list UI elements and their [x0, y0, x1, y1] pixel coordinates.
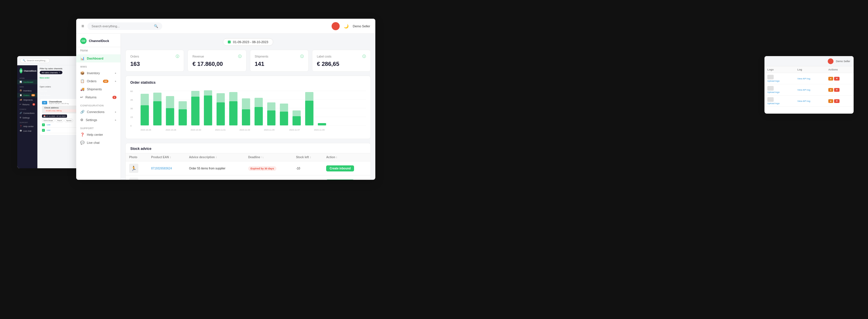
nav-connections[interactable]: 🔗 Connections ▸ — [76, 108, 121, 116]
order-id-1388[interactable]: 1388 — [46, 124, 50, 126]
action-btn-orange-1[interactable]: ● — [828, 77, 833, 81]
theme-toggle[interactable]: 🌙 — [344, 24, 348, 29]
upload-logo-btn-1[interactable]: Upload logo — [767, 80, 780, 82]
upload-logo-btn-2[interactable]: Upload logo — [767, 91, 780, 94]
connections-row-3: Upload logo View API log ● ✕ — [765, 96, 854, 107]
view-api-log-btn-1[interactable]: View API log — [797, 77, 810, 80]
settings-label: Settings — [23, 117, 30, 119]
returns-icon: ↩ — [20, 103, 21, 105]
view-api-log-btn-2[interactable]: View API log — [797, 89, 810, 91]
sidebar-mini-shipments[interactable]: 🚚 Shipments — [17, 97, 37, 102]
tab-sporta[interactable]: Sporta — [64, 119, 73, 122]
col-log: Log — [794, 66, 826, 73]
row-checkbox-1392[interactable]: ✓ — [42, 129, 45, 132]
stats-row: Orders ⓘ 163 Revenue ⓘ € 17.860,00 Shipm… — [125, 50, 371, 72]
action-btn-red-1[interactable]: ✕ — [834, 77, 839, 81]
action-btn-red-3[interactable]: ✕ — [834, 99, 839, 103]
filter-chip-all[interactable]: All sales channels ✕ — [40, 71, 62, 74]
connections-icon: 🔗 — [20, 112, 22, 114]
info-icon-revenue[interactable]: ⓘ — [238, 54, 242, 59]
stat-label-costs-label: Label costs ⓘ — [317, 54, 366, 59]
svg-text:30: 30 — [130, 107, 133, 110]
action-btn-red-2[interactable]: ✕ — [834, 88, 839, 92]
connections-arrow: ▸ — [115, 110, 117, 113]
inventory-nav-icon: 📦 — [80, 71, 85, 75]
svg-text:2023-10-30: 2023-10-30 — [191, 129, 201, 131]
nav-returns[interactable]: ↩ Returns 1 — [76, 93, 121, 101]
product-ean-1: 8719326583624 — [148, 161, 186, 176]
calendar-icon: 📅 — [43, 115, 45, 117]
nav-help-label: Help center — [87, 133, 103, 136]
date-range-value: 07-11-2023 - 07-12-2023 — [46, 115, 66, 117]
action-btns-2: ● ✕ — [828, 88, 851, 92]
shipments-label: Shipments — [23, 99, 33, 101]
view-api-log-btn-3[interactable]: View API log — [797, 100, 810, 102]
sidebar-mini-orders[interactable]: 📋 Orders 62 — [17, 93, 37, 97]
search-input[interactable] — [91, 25, 152, 28]
info-icon-label-costs[interactable]: ⓘ — [362, 54, 366, 59]
nav-orders[interactable]: 📋 Orders 62 ▸ — [76, 77, 121, 85]
sidebar-mini-returns[interactable]: ↩ Returns 1 — [17, 102, 37, 107]
sidebar-mini-inventory[interactable]: 📦 Inventory — [17, 88, 37, 93]
sidebar-mini-chat[interactable]: 💬 Live chat — [17, 129, 37, 133]
help-icon: ❓ — [20, 125, 22, 127]
nav-connections-label: Connections — [87, 110, 104, 114]
create-inbound-btn-2[interactable]: Create inbound — [326, 180, 354, 180]
table-row: 🏃 8719326583640 Order 4 items from suppl… — [126, 176, 370, 180]
sidebar-mini-support-label: Support — [17, 120, 37, 124]
svg-rect-19 — [191, 97, 199, 125]
orders-nav-badge: 62 — [103, 80, 108, 83]
action-btn-orange-3[interactable]: ● — [828, 99, 833, 103]
nav-inventory[interactable]: 📦 Inventory ▸ — [76, 69, 121, 77]
date-range-filter[interactable]: 📅 07-11-2023 - 07-12-2023 — [42, 115, 67, 118]
ean-link-1[interactable]: 8719326583624 — [151, 167, 172, 170]
connections-nav-icon: 🔗 — [80, 110, 85, 114]
row-checkbox-1388[interactable]: ✓ — [42, 123, 45, 126]
col-ean: Product EAN ↕ — [148, 153, 186, 161]
filter-chip-remove[interactable]: ✕ — [59, 71, 60, 74]
nav-settings-label: Settings — [86, 118, 97, 122]
nav-section-wms: WMS — [76, 62, 121, 69]
nav-dashboard[interactable]: 📊 Dashboard — [76, 54, 121, 62]
action-btn-orange-2[interactable]: ● — [828, 88, 833, 92]
table-header-row: Photo Product EAN ↕ Advice description ↕… — [126, 153, 370, 161]
svg-text:2023-11-01: 2023-11-01 — [215, 129, 226, 131]
upload-logo-btn-3[interactable]: Upload logo — [767, 102, 780, 105]
col-advice: Advice description ↕ — [186, 153, 245, 161]
nav-chat[interactable]: 💬 Live chat — [76, 139, 121, 147]
sidebar-mini-settings[interactable]: ⚙ Settings — [17, 115, 37, 120]
order-id-1392[interactable]: 1392 — [46, 129, 50, 131]
date-picker-button[interactable]: 01-09-2023 - 08-10-2023 — [223, 38, 273, 46]
info-icon-shipments[interactable]: ⓘ — [300, 54, 304, 59]
sidebar-mini-help[interactable]: ❓ Help center — [17, 124, 37, 129]
svg-text:2023-10-28: 2023-10-28 — [166, 129, 176, 131]
svg-rect-35 — [292, 116, 301, 125]
product-img-1: 🏃 — [129, 164, 138, 173]
svg-text:45: 45 — [130, 99, 133, 101]
tab-pad-a[interactable]: Pad A — [56, 119, 64, 122]
product-action-1: Create inbound — [323, 161, 370, 176]
nav-settings[interactable]: ⚙ Settings ▸ — [76, 116, 121, 124]
svg-rect-37 — [305, 101, 313, 125]
svg-text:15: 15 — [130, 116, 133, 119]
info-icon-orders[interactable]: ⓘ — [176, 54, 179, 59]
sidebar-mini-dashboard[interactable]: 📊 Dashboard — [17, 80, 37, 84]
help-label: Help center — [23, 125, 34, 127]
product-ean-2: 8719326583640 — [148, 176, 186, 180]
col-logo: Logo — [765, 66, 794, 73]
stat-shipments-label: Shipments ⓘ — [255, 54, 304, 59]
sidebar-mini-connections[interactable]: 🔗 Connections — [17, 111, 37, 115]
settings-icon: ⚙ — [20, 117, 21, 119]
search-icon: 🔍 — [154, 24, 158, 28]
chart-area: 60 45 30 15 0 — [130, 88, 366, 134]
stat-label-costs-value: € 286,65 — [317, 61, 366, 67]
nav-shipments[interactable]: 🚚 Shipments — [76, 85, 121, 93]
nav-help[interactable]: ❓ Help center — [76, 131, 121, 139]
svg-rect-25 — [229, 101, 238, 125]
orders-search[interactable]: 🔍 Search everything... — [20, 58, 50, 63]
search-bar[interactable]: 🔍 — [87, 23, 162, 30]
help-nav-icon: ❓ — [80, 133, 85, 137]
menu-icon[interactable]: ≡ — [82, 24, 84, 29]
create-inbound-btn-1[interactable]: Create inbound — [326, 165, 354, 171]
tab-extra-zwaar[interactable]: Extra Zwaar — [42, 119, 55, 122]
